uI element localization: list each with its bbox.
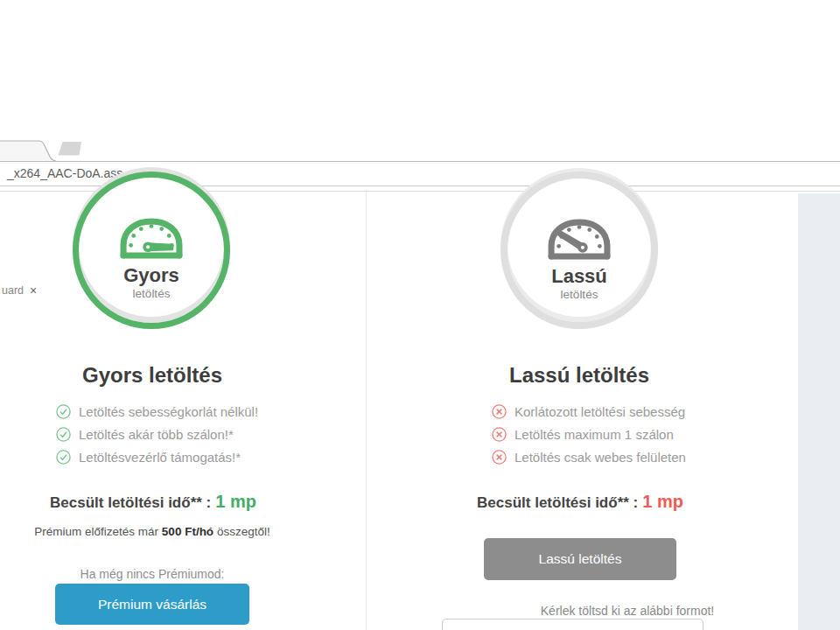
column-divider bbox=[366, 192, 367, 630]
list-item: Letöltés sebességkorlát nélkül! bbox=[56, 404, 258, 419]
slow-circle-subtitle: letöltés bbox=[508, 288, 651, 301]
fast-estimate-line: Becsült letöltési idő** :1 mp bbox=[18, 492, 289, 512]
x-circle-icon bbox=[492, 450, 507, 465]
premium-purchase-button[interactable]: Prémium vásárlás bbox=[55, 584, 249, 625]
slow-download-button[interactable]: Lassú letöltés bbox=[484, 538, 676, 580]
estimate-label: Becsült letöltési idő** : bbox=[477, 494, 638, 511]
estimate-label: Becsült letöltési idő** : bbox=[50, 494, 211, 511]
list-item-label: Letöltés sebességkorlát nélkül! bbox=[79, 404, 258, 419]
fast-circle-subtitle: letöltés bbox=[79, 287, 224, 300]
fast-circle-title: Gyors bbox=[79, 264, 224, 287]
estimate-value: 1 mp bbox=[642, 492, 683, 511]
list-item: Letöltés akár több szálon!* bbox=[56, 427, 258, 442]
list-item-label: Letöltés csak webes felületen bbox=[514, 450, 686, 465]
browser-tab-bar: uard × bbox=[0, 140, 840, 161]
tab-shapes bbox=[0, 140, 96, 161]
slow-download-circle: Lassú letöltés bbox=[500, 172, 658, 329]
list-item: Letöltés csak webes felületen bbox=[492, 450, 686, 465]
speedometer-fast-icon bbox=[117, 215, 186, 262]
premium-promo-text: Prémium előfizetés már 500 Ft/hó összegt… bbox=[4, 525, 301, 538]
list-item: Korlátozott letöltési sebesség bbox=[492, 404, 686, 419]
download-page: uard × _x264_AAC-DoA.ass Gyors bbox=[0, 0, 840, 630]
slow-estimate-line: Becsült letöltési idő** :1 mp bbox=[444, 492, 716, 512]
check-circle-icon bbox=[56, 450, 71, 465]
promo-suffix: összegtől! bbox=[214, 525, 270, 538]
fast-heading: Gyors letöltés bbox=[21, 363, 284, 388]
form-instruction-text: Kérlek töltsd ki az alábbi formot! bbox=[496, 604, 759, 618]
slow-circle-title: Lassú bbox=[508, 265, 651, 288]
form-input[interactable] bbox=[442, 619, 704, 630]
tab-close-icon[interactable]: × bbox=[30, 281, 37, 300]
list-item: Letöltés maximum 1 szálon bbox=[492, 427, 686, 442]
fast-download-circle: Gyors letöltés bbox=[73, 172, 230, 329]
promo-prefix: Prémium előfizetés már bbox=[34, 525, 162, 538]
browser-tab-title[interactable]: uard bbox=[2, 281, 24, 300]
x-circle-icon bbox=[492, 427, 507, 442]
check-circle-icon bbox=[56, 404, 71, 419]
list-item-label: Letöltésvezérlő támogatás!* bbox=[79, 450, 241, 465]
check-circle-icon bbox=[56, 427, 71, 442]
x-circle-icon bbox=[492, 404, 507, 419]
speedometer-slow-icon bbox=[545, 216, 613, 262]
address-bar-text[interactable]: _x264_AAC-DoA.ass bbox=[7, 162, 122, 186]
fast-feature-list: Letöltés sebességkorlát nélkül! Letöltés… bbox=[56, 404, 258, 472]
slow-feature-list: Korlátozott letöltési sebesség Letöltés … bbox=[492, 404, 686, 472]
new-tab-button-shape bbox=[59, 142, 82, 156]
list-item: Letöltésvezérlő támogatás!* bbox=[56, 450, 258, 465]
list-item-label: Letöltés maximum 1 szálon bbox=[514, 427, 674, 442]
no-premium-text: Ha még nincs Prémiumod: bbox=[21, 567, 284, 581]
promo-price: 500 Ft/hó bbox=[162, 525, 214, 538]
estimate-value: 1 mp bbox=[215, 492, 256, 511]
list-item-label: Letöltés akár több szálon!* bbox=[79, 427, 234, 442]
list-item-label: Korlátozott letöltési sebesség bbox=[514, 404, 685, 419]
slow-heading: Lassú letöltés bbox=[448, 363, 710, 388]
page-background-strip bbox=[798, 193, 840, 630]
